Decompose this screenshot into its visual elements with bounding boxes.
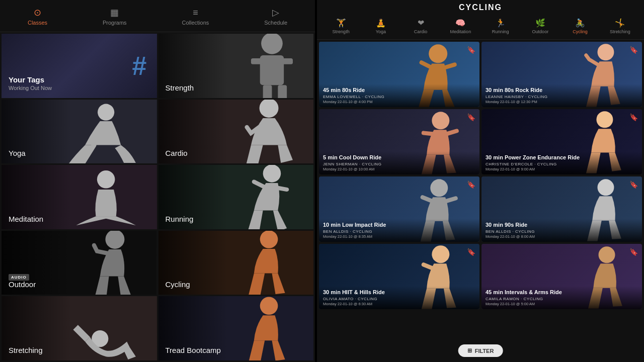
running-cell[interactable]: Running [158, 165, 314, 229]
nav-programs[interactable]: ▦ Programs [97, 5, 133, 28]
class-info: 30 min 80s Rock Ride LEANNE HAINSBY · CY… [481, 84, 642, 107]
bookmark-icon[interactable]: 🔖 [629, 180, 638, 189]
nav-classes[interactable]: ⊙ Classes [22, 5, 53, 28]
class-time: Monday 22-01-10 @ 8:00 AM [486, 234, 638, 239]
class-title: 30 min Power Zone Endurance Ride [486, 154, 638, 161]
class-card[interactable]: 🔖 45 min 80s Ride EMMA LOVEWELL · CYCLIN… [319, 42, 479, 107]
svg-point-33 [430, 179, 448, 197]
cat-running[interactable]: 🏃 Running [486, 17, 516, 35]
class-meta: CAMILA RAMON · CYCLING [486, 297, 638, 301]
filter-label: FILTER [475, 348, 494, 354]
cardio-cell[interactable]: Cardio [158, 100, 314, 164]
stretching-cell[interactable]: Stretching [2, 296, 157, 360]
svg-point-19 [260, 231, 278, 248]
outdoor-cell[interactable]: Outdoor AUDIO [2, 231, 157, 295]
class-time: Monday 22-01-10 @ 5:00 AM [486, 302, 638, 306]
strength-cell[interactable]: Strength [158, 34, 314, 98]
bookmark-icon[interactable]: 🔖 [467, 113, 475, 121]
class-card[interactable]: 🔖 30 min Power Zone Endurance Ride CHRIS… [481, 109, 642, 174]
cat-stretching[interactable]: 🤸 Stretching [605, 17, 635, 35]
class-info: 30 min 90s Ride BEN ALLDIS · CYCLING Mon… [481, 219, 642, 242]
bookmark-icon[interactable]: 🔖 [629, 248, 638, 256]
svg-point-29 [432, 112, 449, 129]
class-info: 30 min Power Zone Endurance Ride CHRISTI… [481, 151, 642, 174]
bookmark-icon[interactable]: 🔖 [467, 180, 475, 189]
svg-point-31 [596, 111, 613, 128]
cat-cycling[interactable]: 🚴 Cycling [565, 17, 595, 35]
class-card[interactable]: 🔖 30 min 80s Rock Ride LEANNE HAINSBY · … [481, 42, 642, 107]
class-card[interactable]: 🔖 45 min Intervals & Arms Ride CAMILA RA… [481, 244, 642, 309]
svg-rect-4 [281, 58, 293, 64]
outdoor-cat-icon: 🌿 [535, 18, 545, 28]
class-time: Monday 22-01-10 @ 9:00 AM [486, 167, 638, 171]
class-meta: EMMA LOVEWELL · CYCLING [323, 95, 475, 99]
cat-outdoor[interactable]: 🌿 Outdoor [525, 17, 555, 35]
bookmark-icon[interactable]: 🔖 [629, 113, 638, 121]
classes-grid: Your Tags Working Out Now # Strength [0, 32, 315, 362]
class-meta: BEN ALLDIS · CYCLING [486, 229, 638, 234]
class-meta: CHRISTINE D'ERCOLE · CYCLING [486, 162, 638, 166]
svg-point-23 [260, 297, 278, 315]
cat-yoga[interactable]: 🧘 Yoga [366, 17, 396, 35]
cycling-cell[interactable]: Cycling [158, 231, 314, 295]
class-title: 10 min Low Impact Ride [323, 222, 475, 228]
programs-icon: ▦ [110, 7, 119, 18]
svg-point-13 [97, 170, 115, 189]
class-meta: JENN SHERMAN · CYCLING [323, 162, 475, 166]
bookmark-icon[interactable]: 🔖 [467, 248, 475, 256]
class-info: 10 min Low Impact Ride BEN ALLDIS · CYCL… [319, 219, 479, 242]
class-info: 5 min Cool Down Ride JENN SHERMAN · CYCL… [319, 151, 479, 174]
class-time: Monday 22-01-10 @ 4:00 PM [323, 100, 475, 104]
svg-rect-6 [278, 85, 287, 98]
cat-strength[interactable]: 🏋 Strength [326, 17, 356, 35]
bookmark-icon[interactable]: 🔖 [629, 46, 638, 54]
class-card[interactable]: 🔖 30 min HIIT & Hills Ride OLIVIA AMATO … [319, 244, 479, 309]
class-time: Monday 22-01-10 @ 6:30 AM [323, 302, 475, 306]
nav-schedule[interactable]: ▷ Schedule [258, 5, 293, 28]
classes-list: 🔖 45 min 80s Ride EMMA LOVEWELL · CYCLIN… [317, 40, 644, 311]
class-meta: OLIVIA AMATO · CYCLING [323, 297, 475, 301]
class-time: Monday 22-01-10 @ 8:35 AM [323, 234, 475, 239]
class-card[interactable]: 🔖 5 min Cool Down Ride JENN SHERMAN · CY… [319, 109, 479, 174]
yoga-cat-icon: 🧘 [376, 18, 386, 28]
cardio-cat-icon: ❤ [418, 18, 424, 28]
class-title: 30 min HIIT & Hills Ride [323, 289, 475, 296]
bookmark-icon[interactable]: 🔖 [467, 46, 475, 54]
class-title: 45 min Intervals & Arms Ride [486, 289, 638, 296]
schedule-icon: ▷ [272, 7, 279, 18]
meditation-cat-icon: 🧠 [455, 18, 465, 28]
left-panel: ⊙ Classes ▦ Programs ≡ Collections ▷ Sch… [0, 0, 317, 362]
svg-point-15 [263, 165, 281, 183]
stretching-cat-icon: 🤸 [615, 18, 625, 28]
tread-cell[interactable]: Tread Bootcamp [158, 296, 314, 360]
class-info: 45 min Intervals & Arms Ride CAMILA RAMO… [481, 286, 642, 309]
your-tags-cell[interactable]: Your Tags Working Out Now # [2, 34, 157, 98]
yoga-cell[interactable]: Yoga [2, 100, 157, 164]
classes-icon: ⊙ [34, 7, 41, 18]
left-navigation: ⊙ Classes ▦ Programs ≡ Collections ▷ Sch… [0, 0, 315, 32]
nav-collections[interactable]: ≡ Collections [176, 6, 215, 28]
hash-icon: # [132, 51, 147, 81]
svg-rect-5 [263, 85, 272, 98]
category-navigation: 🏋 Strength 🧘 Yoga ❤ Cardio 🧠 Meditation … [317, 14, 644, 40]
class-info: 45 min 80s Ride EMMA LOVEWELL · CYCLING … [319, 84, 479, 107]
class-meta: LEANNE HAINSBY · CYCLING [486, 95, 638, 99]
filter-button[interactable]: ⊞ FILTER [458, 344, 503, 357]
class-info: 30 min HIIT & Hills Ride OLIVIA AMATO · … [319, 286, 479, 309]
svg-point-25 [429, 44, 447, 63]
filter-icon: ⊞ [467, 347, 472, 354]
svg-point-8 [98, 104, 114, 120]
meditation-cell[interactable]: Meditation [2, 165, 157, 229]
right-panel: CYCLING 🏋 Strength 🧘 Yoga ❤ Cardio 🧠 Med… [317, 0, 644, 362]
collections-icon: ≡ [193, 8, 198, 18]
class-meta: BEN ALLDIS · CYCLING [323, 229, 475, 234]
class-card[interactable]: 🔖 10 min Low Impact Ride BEN ALLDIS · CY… [319, 176, 479, 242]
cat-cardio[interactable]: ❤ Cardio [406, 17, 436, 35]
class-title: 30 min 90s Ride [486, 222, 638, 228]
strength-cat-icon: 🏋 [336, 18, 346, 28]
running-cat-icon: 🏃 [496, 18, 506, 28]
svg-point-37 [432, 245, 449, 263]
cat-meditation[interactable]: 🧠 Meditation [445, 17, 475, 35]
class-time: Monday 22-01-10 @ 12:30 PM [486, 100, 638, 104]
class-card[interactable]: 🔖 30 min 90s Ride BEN ALLDIS · CYCLING M… [481, 176, 642, 242]
